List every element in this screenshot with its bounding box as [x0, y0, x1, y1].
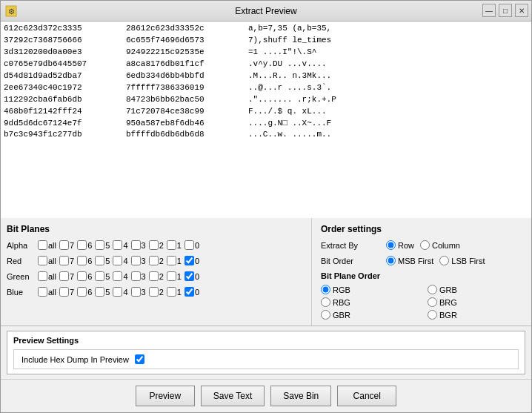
bit-planes-title: Bit Planes	[7, 224, 305, 234]
ascii-cell: ."....... .r;k.+.P	[248, 94, 528, 106]
green-1-checkbox[interactable]	[167, 271, 176, 281]
alpha-6-checkbox[interactable]	[77, 240, 87, 250]
red-2-checkbox[interactable]	[149, 256, 159, 265]
hex2-cell: 28612c623d33352c	[126, 23, 248, 35]
extract-by-row: Extract By Row Column	[321, 240, 522, 250]
red-all-checkbox[interactable]	[38, 256, 47, 265]
alpha-6-item: 6	[77, 240, 92, 250]
alpha-0-checkbox[interactable]	[184, 240, 194, 250]
brg-radio[interactable]	[428, 297, 437, 307]
green-1-label: 1	[177, 272, 182, 281]
alpha-5-checkbox[interactable]	[95, 240, 104, 250]
bit-plane-order-title: Bit Plane Order	[321, 271, 522, 280]
alpha-4-item: 4	[113, 240, 127, 250]
save-text-button[interactable]: Save Text	[201, 386, 265, 406]
red-3-checkbox[interactable]	[131, 256, 141, 265]
hex1-cell: 9dd5d6dc67124e7f	[4, 118, 126, 130]
alpha-2-label: 2	[159, 241, 164, 250]
bgr-radio[interactable]	[428, 310, 437, 320]
red-0-label: 0	[195, 257, 199, 265]
blue-1-checkbox[interactable]	[167, 287, 176, 297]
grb-radio[interactable]	[428, 285, 437, 294]
alpha-7-checkbox[interactable]	[59, 240, 69, 250]
blue-7-checkbox[interactable]	[59, 287, 69, 297]
hex-dump-label: Include Hex Dump In Preview	[21, 355, 129, 364]
red-5-checkbox[interactable]	[95, 256, 104, 265]
ascii-cell: .v^y.DU ...v....	[248, 59, 528, 70]
green-5-checkbox[interactable]	[95, 271, 104, 281]
rgb-radio[interactable]	[321, 285, 330, 294]
blue-6-checkbox[interactable]	[77, 287, 87, 297]
red-6-label: 6	[87, 257, 92, 265]
green-2-label: 2	[159, 272, 164, 281]
blue-7-label: 7	[70, 288, 74, 297]
green-7-checkbox[interactable]	[59, 271, 69, 281]
alpha-7-item: 7	[59, 240, 74, 250]
green-3-label: 3	[142, 272, 146, 281]
gbr-label: GBR	[333, 311, 350, 320]
blue-3-label: 3	[142, 288, 146, 297]
red-4-label: 4	[123, 257, 127, 265]
blue-0-checkbox[interactable]	[184, 287, 194, 297]
green-all-checkbox[interactable]	[38, 271, 47, 281]
cancel-button[interactable]: Cancel	[337, 386, 396, 406]
ascii-cell: F.../.$ q. xL...	[248, 106, 528, 118]
bit-order-label: Bit Order	[321, 257, 380, 265]
table-row: c0765e79db6445507 a8ca8176db01f1cf .v^y.…	[4, 59, 528, 70]
green-3-checkbox[interactable]	[131, 271, 141, 281]
red-1-checkbox[interactable]	[167, 256, 176, 265]
green-6-checkbox[interactable]	[77, 271, 87, 281]
alpha-1-checkbox[interactable]	[167, 240, 176, 250]
blue-5-checkbox[interactable]	[95, 287, 104, 297]
red-7-checkbox[interactable]	[59, 256, 69, 265]
blue-all-checkbox[interactable]	[38, 287, 47, 297]
red-4-checkbox[interactable]	[113, 256, 122, 265]
brg-label: BRG	[439, 298, 457, 307]
alpha-4-checkbox[interactable]	[113, 240, 122, 250]
save-bin-button[interactable]: Save Bin	[270, 386, 331, 406]
msb-first-radio[interactable]	[386, 256, 396, 265]
blue-2-checkbox[interactable]	[149, 287, 159, 297]
ascii-cell: a,b=7,35 (a,b=35,	[248, 23, 528, 35]
ascii-cell: .M...R.. n.3Mk...	[248, 70, 528, 82]
blue-5-label: 5	[105, 288, 110, 297]
bit-order-row: Bit Order MSB First LSB First	[321, 256, 522, 265]
blue-3-checkbox[interactable]	[131, 287, 141, 297]
hex1-cell: 612c623d372c3335	[4, 23, 126, 35]
extract-by-col-radio[interactable]	[420, 240, 430, 250]
hex-dump-checkbox[interactable]	[135, 354, 144, 364]
lsb-first-radio[interactable]	[439, 256, 449, 265]
alpha-2-checkbox[interactable]	[149, 240, 159, 250]
rbg-radio[interactable]	[321, 297, 330, 307]
hex2-cell: 71c720784ce38c99	[126, 106, 248, 118]
blue-4-checkbox[interactable]	[113, 287, 122, 297]
table-row: 2ee67340c40c1972 7fffff7386336019 ..@...…	[4, 82, 528, 94]
alpha-3-checkbox[interactable]	[131, 240, 141, 250]
red-6-checkbox[interactable]	[77, 256, 87, 265]
preview-settings-title: Preview Settings	[13, 336, 519, 345]
ascii-cell: ..@...r ....s.3`.	[248, 82, 528, 94]
extract-by-row-radio[interactable]	[386, 240, 396, 250]
maximize-button[interactable]: □	[499, 4, 512, 17]
minimize-button[interactable]: —	[482, 4, 496, 17]
preview-text-area[interactable]: 612c623d372c3335 28612c623d33352c a,b=7,…	[1, 22, 531, 218]
green-2-checkbox[interactable]	[149, 271, 159, 281]
hex2-cell: 84723b6bb62bac50	[126, 94, 248, 106]
preview-button[interactable]: Preview	[136, 386, 195, 406]
window-title: Extract Preview	[235, 6, 296, 16]
hex1-cell: b7c3c943f1c277db	[4, 129, 126, 141]
title-bar: ⚙ Extract Preview — □ ✕	[1, 1, 531, 22]
close-button[interactable]: ✕	[515, 4, 528, 17]
alpha-all-checkbox[interactable]	[38, 240, 47, 250]
green-0-checkbox[interactable]	[184, 271, 194, 281]
green-6-label: 6	[87, 272, 92, 281]
preview-table: 612c623d372c3335 28612c623d33352c a,b=7,…	[1, 22, 531, 142]
alpha-1-item: 1	[167, 240, 182, 250]
gbr-radio[interactable]	[321, 310, 330, 320]
hex2-cell: 7fffff7386336019	[126, 82, 248, 94]
red-checkboxes: all 7 6 5 4 3 2 1 0	[38, 256, 199, 265]
green-4-checkbox[interactable]	[113, 271, 122, 281]
red-3-label: 3	[142, 257, 146, 265]
blue-2-label: 2	[159, 288, 164, 297]
red-0-checkbox[interactable]	[184, 256, 194, 265]
